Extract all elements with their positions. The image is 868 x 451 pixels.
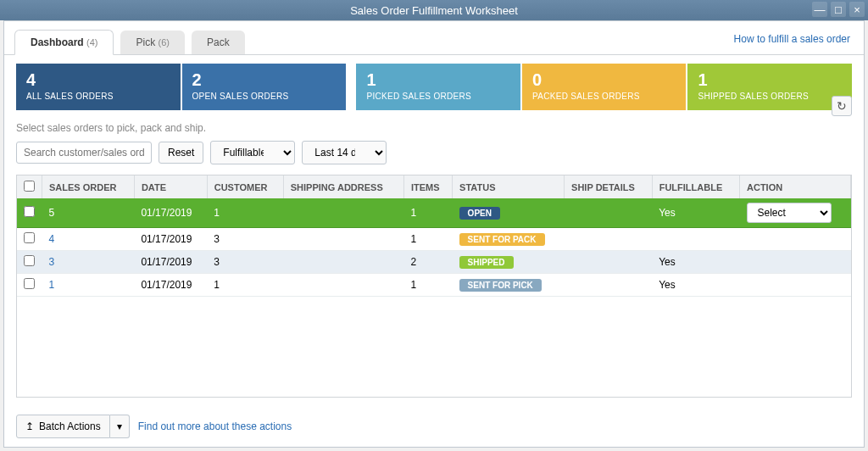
sales-order-link[interactable]: 1 (49, 279, 55, 291)
cell-customer: 3 (207, 228, 283, 251)
tabbar: Dashboard (4) Pick (6) Pack How to fulfi… (4, 21, 864, 55)
orders-table: SALES ORDER DATE CUSTOMER SHIPPING ADDRE… (17, 175, 851, 297)
card-label: PICKED SALES ORDERS (366, 92, 471, 101)
search-input[interactable] (16, 142, 152, 164)
cell-ship-details (565, 274, 653, 297)
window-title: Sales Order Fulfillment Worksheet (350, 4, 518, 17)
sales-order-link[interactable]: 5 (49, 207, 55, 219)
cell-date: 01/17/2019 (134, 198, 207, 228)
card-label: SHIPPED SALES ORDERS (698, 92, 808, 101)
sales-order-link[interactable]: 3 (49, 256, 55, 268)
status-badge: OPEN (459, 207, 500, 220)
reset-button[interactable]: Reset (159, 142, 203, 164)
table-empty-space (17, 297, 851, 397)
tab-pack[interactable]: Pack (192, 31, 245, 54)
filter-bar: Reset Fulfillable Last 14 days (16, 141, 852, 164)
row-checkbox[interactable] (24, 278, 35, 289)
window-controls: — □ × (812, 2, 865, 17)
table-row[interactable]: 5 01/17/2019 1 1 OPEN Yes Select (17, 198, 851, 228)
footer-help-link[interactable]: Find out more about these actions (138, 420, 292, 432)
refresh-button[interactable]: ↻ (832, 96, 852, 116)
card-label: OPEN SALES ORDERS (192, 92, 289, 101)
cell-date: 01/17/2019 (134, 251, 207, 274)
table-row[interactable]: 4 01/17/2019 3 1 SENT FOR PACK (17, 228, 851, 251)
batch-actions-dropdown[interactable]: ▾ (110, 415, 130, 438)
cell-items: 1 (403, 198, 452, 228)
card-open-orders[interactable]: 2 OPEN SALES ORDERS (182, 64, 347, 110)
col-fulfillable[interactable]: FULFILLABLE (652, 175, 739, 198)
cell-items: 1 (403, 274, 452, 297)
batch-label: Batch Actions (39, 420, 101, 432)
table-row[interactable]: 1 01/17/2019 1 1 SENT FOR PICK Yes (17, 274, 851, 297)
cell-ship-details (565, 198, 653, 228)
col-items[interactable]: ITEMS (403, 175, 452, 198)
card-all-orders[interactable]: 4 ALL SALES ORDERS (16, 64, 181, 110)
row-checkbox[interactable] (24, 255, 35, 266)
col-date[interactable]: DATE (134, 175, 207, 198)
instruction-text: Select sales orders to pick, pack and sh… (16, 122, 852, 134)
cell-action (740, 274, 851, 297)
tab-pick[interactable]: Pick (6) (120, 31, 184, 54)
date-range-select[interactable]: Last 14 days (302, 141, 387, 164)
card-number: 2 (192, 70, 337, 90)
col-ship-details[interactable]: SHIP DETAILS (565, 175, 653, 198)
col-status[interactable]: STATUS (453, 175, 565, 198)
tab-count: (4) (86, 37, 97, 47)
cell-date: 01/17/2019 (134, 274, 207, 297)
cell-fulfillable: Yes (652, 198, 739, 228)
cell-ship-details (565, 251, 653, 274)
cell-items: 2 (403, 251, 452, 274)
tab-label: Pick (136, 36, 155, 48)
close-button[interactable]: × (849, 2, 865, 17)
cell-fulfillable: Yes (652, 251, 739, 274)
dashboard-panel: 4 ALL SALES ORDERS 2 OPEN SALES ORDERS 1… (4, 55, 864, 406)
tab-label: Pack (207, 36, 230, 48)
batch-actions-button[interactable]: ↥ Batch Actions (16, 415, 110, 438)
titlebar: Sales Order Fulfillment Worksheet — □ × (0, 0, 868, 20)
sales-order-link[interactable]: 4 (49, 233, 55, 245)
table-header-row: SALES ORDER DATE CUSTOMER SHIPPING ADDRE… (17, 175, 851, 198)
status-badge: SHIPPED (459, 256, 514, 269)
cell-shipping (283, 251, 403, 274)
chevron-down-icon: ▾ (117, 420, 122, 432)
status-badge: SENT FOR PACK (459, 233, 545, 246)
cell-action (740, 251, 851, 274)
cell-customer: 3 (207, 251, 283, 274)
col-action[interactable]: ACTION (740, 175, 851, 198)
card-packed-orders[interactable]: 0 PACKED SALES ORDERS (522, 64, 687, 110)
cell-fulfillable (652, 228, 739, 251)
tab-dashboard[interactable]: Dashboard (4) (14, 30, 114, 55)
footer-bar: ↥ Batch Actions ▾ Find out more about th… (4, 406, 864, 447)
card-label: PACKED SALES ORDERS (532, 92, 640, 101)
table-row[interactable]: 3 01/17/2019 3 2 SHIPPED Yes (17, 251, 851, 274)
select-all-checkbox[interactable] (24, 181, 35, 192)
col-sales-order[interactable]: SALES ORDER (42, 175, 135, 198)
batch-actions-split: ↥ Batch Actions ▾ (16, 415, 130, 438)
help-link[interactable]: How to fulfill a sales order (734, 33, 850, 45)
maximize-button[interactable]: □ (831, 2, 846, 17)
col-customer[interactable]: CUSTOMER (207, 175, 283, 198)
card-number: 0 (532, 70, 676, 90)
col-checkbox (17, 175, 42, 198)
row-checkbox[interactable] (24, 206, 35, 217)
cell-customer: 1 (207, 274, 283, 297)
fulfillable-select[interactable]: Fulfillable (210, 141, 295, 164)
cell-customer: 1 (207, 198, 283, 228)
card-shipped-orders[interactable]: 1 SHIPPED SALES ORDERS (687, 64, 852, 110)
cell-shipping (283, 198, 403, 228)
app-window: Sales Order Fulfillment Worksheet — □ × … (0, 0, 868, 451)
card-number: 1 (366, 70, 510, 90)
row-checkbox[interactable] (24, 232, 35, 243)
content-area: Dashboard (4) Pick (6) Pack How to fulfi… (3, 20, 865, 448)
orders-table-wrap: SALES ORDER DATE CUSTOMER SHIPPING ADDRE… (16, 175, 852, 398)
tab-count: (6) (159, 37, 170, 47)
cell-items: 1 (403, 228, 452, 251)
summary-cards: 4 ALL SALES ORDERS 2 OPEN SALES ORDERS 1… (16, 64, 852, 110)
tab-label: Dashboard (31, 36, 84, 48)
minimize-button[interactable]: — (812, 2, 827, 17)
cell-date: 01/17/2019 (134, 228, 207, 251)
card-picked-orders[interactable]: 1 PICKED SALES ORDERS (356, 64, 520, 110)
action-select[interactable]: Select (747, 203, 832, 223)
col-shipping[interactable]: SHIPPING ADDRESS (283, 175, 403, 198)
cell-ship-details (565, 228, 653, 251)
